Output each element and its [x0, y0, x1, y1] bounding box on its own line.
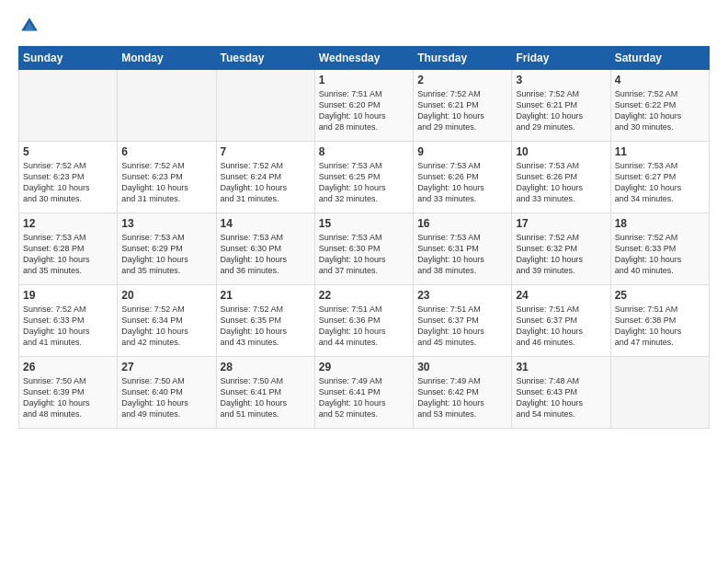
calendar-cell: 15Sunrise: 7:53 AM Sunset: 6:30 PM Dayli…	[314, 213, 413, 285]
calendar-header-row: SundayMondayTuesdayWednesdayThursdayFrid…	[19, 47, 710, 70]
calendar-cell	[118, 70, 216, 142]
day-info: Sunrise: 7:52 AM Sunset: 6:24 PM Dayligh…	[221, 160, 311, 205]
calendar-week-1: 1Sunrise: 7:51 AM Sunset: 6:20 PM Daylig…	[19, 70, 710, 142]
calendar-cell: 17Sunrise: 7:52 AM Sunset: 6:32 PM Dayli…	[512, 213, 610, 285]
day-number: 28	[221, 361, 311, 373]
calendar-cell: 14Sunrise: 7:53 AM Sunset: 6:30 PM Dayli…	[216, 213, 314, 285]
logo	[18, 15, 44, 37]
calendar-week-5: 26Sunrise: 7:50 AM Sunset: 6:39 PM Dayli…	[19, 357, 710, 429]
day-info: Sunrise: 7:53 AM Sunset: 6:27 PM Dayligh…	[615, 160, 705, 205]
header	[18, 15, 710, 37]
day-info: Sunrise: 7:51 AM Sunset: 6:36 PM Dayligh…	[319, 304, 409, 349]
day-info: Sunrise: 7:51 AM Sunset: 6:20 PM Dayligh…	[319, 88, 409, 133]
day-number: 23	[417, 289, 507, 302]
day-info: Sunrise: 7:50 AM Sunset: 6:41 PM Dayligh…	[221, 375, 311, 420]
calendar-cell: 9Sunrise: 7:53 AM Sunset: 6:26 PM Daylig…	[414, 142, 512, 213]
day-number: 14	[221, 217, 311, 230]
day-info: Sunrise: 7:52 AM Sunset: 6:33 PM Dayligh…	[23, 304, 113, 349]
calendar-cell: 2Sunrise: 7:52 AM Sunset: 6:21 PM Daylig…	[414, 70, 512, 142]
day-info: Sunrise: 7:52 AM Sunset: 6:35 PM Dayligh…	[221, 304, 311, 349]
day-number: 24	[516, 289, 606, 302]
calendar-cell: 21Sunrise: 7:52 AM Sunset: 6:35 PM Dayli…	[216, 285, 314, 357]
day-header-sunday: Sunday	[19, 47, 118, 70]
day-number: 13	[121, 217, 211, 230]
day-header-wednesday: Wednesday	[314, 47, 413, 70]
day-number: 17	[516, 217, 606, 230]
calendar-cell: 30Sunrise: 7:49 AM Sunset: 6:42 PM Dayli…	[414, 357, 512, 429]
day-number: 10	[516, 145, 606, 158]
calendar-cell: 18Sunrise: 7:52 AM Sunset: 6:33 PM Dayli…	[610, 213, 709, 285]
day-number: 25	[615, 289, 705, 302]
day-info: Sunrise: 7:52 AM Sunset: 6:21 PM Dayligh…	[516, 88, 606, 133]
day-number: 19	[23, 289, 113, 302]
day-info: Sunrise: 7:48 AM Sunset: 6:43 PM Dayligh…	[516, 375, 606, 420]
calendar-week-2: 5Sunrise: 7:52 AM Sunset: 6:23 PM Daylig…	[19, 142, 710, 213]
day-info: Sunrise: 7:50 AM Sunset: 6:40 PM Dayligh…	[121, 375, 211, 420]
page: SundayMondayTuesdayWednesdayThursdayFrid…	[0, 0, 728, 563]
day-number: 4	[615, 74, 705, 86]
calendar-cell	[610, 357, 709, 429]
day-info: Sunrise: 7:51 AM Sunset: 6:38 PM Dayligh…	[615, 304, 705, 349]
day-info: Sunrise: 7:52 AM Sunset: 6:21 PM Dayligh…	[417, 88, 507, 133]
day-info: Sunrise: 7:53 AM Sunset: 6:26 PM Dayligh…	[516, 160, 606, 205]
day-info: Sunrise: 7:53 AM Sunset: 6:31 PM Dayligh…	[417, 232, 507, 277]
calendar-cell: 3Sunrise: 7:52 AM Sunset: 6:21 PM Daylig…	[512, 70, 610, 142]
calendar-cell: 25Sunrise: 7:51 AM Sunset: 6:38 PM Dayli…	[610, 285, 709, 357]
logo-icon	[18, 15, 40, 37]
day-number: 6	[121, 145, 211, 158]
day-info: Sunrise: 7:50 AM Sunset: 6:39 PM Dayligh…	[23, 375, 113, 420]
day-header-thursday: Thursday	[414, 47, 512, 70]
day-number: 8	[319, 145, 409, 158]
calendar-cell: 20Sunrise: 7:52 AM Sunset: 6:34 PM Dayli…	[118, 285, 216, 357]
day-number: 15	[319, 217, 409, 230]
day-number: 21	[221, 289, 311, 302]
calendar-cell: 1Sunrise: 7:51 AM Sunset: 6:20 PM Daylig…	[314, 70, 413, 142]
day-header-saturday: Saturday	[610, 47, 709, 70]
calendar-cell: 29Sunrise: 7:49 AM Sunset: 6:41 PM Dayli…	[314, 357, 413, 429]
day-info: Sunrise: 7:51 AM Sunset: 6:37 PM Dayligh…	[417, 304, 507, 349]
day-info: Sunrise: 7:52 AM Sunset: 6:33 PM Dayligh…	[615, 232, 705, 277]
day-info: Sunrise: 7:51 AM Sunset: 6:37 PM Dayligh…	[516, 304, 606, 349]
day-number: 1	[319, 74, 409, 86]
day-number: 7	[221, 145, 311, 158]
calendar-cell: 26Sunrise: 7:50 AM Sunset: 6:39 PM Dayli…	[19, 357, 118, 429]
day-header-friday: Friday	[512, 47, 610, 70]
day-number: 31	[516, 361, 606, 373]
day-info: Sunrise: 7:49 AM Sunset: 6:42 PM Dayligh…	[417, 375, 507, 420]
day-info: Sunrise: 7:49 AM Sunset: 6:41 PM Dayligh…	[319, 375, 409, 420]
day-info: Sunrise: 7:53 AM Sunset: 6:26 PM Dayligh…	[417, 160, 507, 205]
day-number: 12	[23, 217, 113, 230]
calendar-cell: 5Sunrise: 7:52 AM Sunset: 6:23 PM Daylig…	[19, 142, 118, 213]
calendar-cell: 28Sunrise: 7:50 AM Sunset: 6:41 PM Dayli…	[216, 357, 314, 429]
day-number: 18	[615, 217, 705, 230]
calendar-cell: 22Sunrise: 7:51 AM Sunset: 6:36 PM Dayli…	[314, 285, 413, 357]
day-number: 5	[23, 145, 113, 158]
calendar-cell: 11Sunrise: 7:53 AM Sunset: 6:27 PM Dayli…	[610, 142, 709, 213]
day-info: Sunrise: 7:52 AM Sunset: 6:22 PM Dayligh…	[615, 88, 705, 133]
calendar-week-4: 19Sunrise: 7:52 AM Sunset: 6:33 PM Dayli…	[19, 285, 710, 357]
day-info: Sunrise: 7:52 AM Sunset: 6:23 PM Dayligh…	[121, 160, 211, 205]
day-number: 9	[417, 145, 507, 158]
day-info: Sunrise: 7:53 AM Sunset: 6:28 PM Dayligh…	[23, 232, 113, 277]
day-number: 29	[319, 361, 409, 373]
calendar-cell: 6Sunrise: 7:52 AM Sunset: 6:23 PM Daylig…	[118, 142, 216, 213]
day-number: 26	[23, 361, 113, 373]
day-info: Sunrise: 7:52 AM Sunset: 6:34 PM Dayligh…	[121, 304, 211, 349]
calendar-cell: 12Sunrise: 7:53 AM Sunset: 6:28 PM Dayli…	[19, 213, 118, 285]
calendar-cell: 24Sunrise: 7:51 AM Sunset: 6:37 PM Dayli…	[512, 285, 610, 357]
calendar-table: SundayMondayTuesdayWednesdayThursdayFrid…	[18, 46, 710, 429]
day-header-tuesday: Tuesday	[216, 47, 314, 70]
calendar-cell: 16Sunrise: 7:53 AM Sunset: 6:31 PM Dayli…	[414, 213, 512, 285]
day-info: Sunrise: 7:53 AM Sunset: 6:25 PM Dayligh…	[319, 160, 409, 205]
day-number: 11	[615, 145, 705, 158]
calendar-cell: 23Sunrise: 7:51 AM Sunset: 6:37 PM Dayli…	[414, 285, 512, 357]
calendar-cell: 31Sunrise: 7:48 AM Sunset: 6:43 PM Dayli…	[512, 357, 610, 429]
day-info: Sunrise: 7:53 AM Sunset: 6:29 PM Dayligh…	[121, 232, 211, 277]
day-header-monday: Monday	[118, 47, 216, 70]
day-number: 16	[417, 217, 507, 230]
calendar-cell: 4Sunrise: 7:52 AM Sunset: 6:22 PM Daylig…	[610, 70, 709, 142]
day-number: 3	[516, 74, 606, 86]
calendar-cell: 8Sunrise: 7:53 AM Sunset: 6:25 PM Daylig…	[314, 142, 413, 213]
calendar-cell: 27Sunrise: 7:50 AM Sunset: 6:40 PM Dayli…	[118, 357, 216, 429]
calendar-cell	[19, 70, 118, 142]
